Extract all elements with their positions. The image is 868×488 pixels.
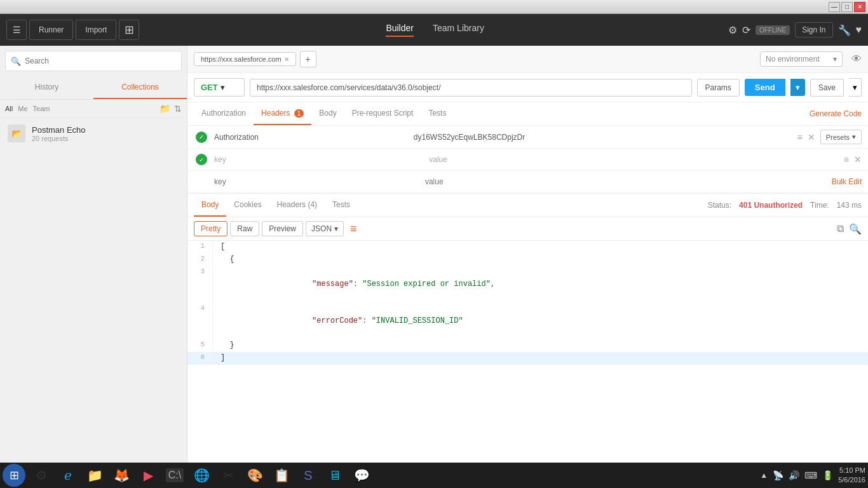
- url-input[interactable]: [250, 79, 692, 97]
- search-input[interactable]: [25, 57, 176, 65]
- taskbar-paint-icon: 🎨: [247, 468, 263, 483]
- runner-button[interactable]: Runner: [29, 20, 73, 40]
- eye-button[interactable]: 👁: [851, 53, 862, 65]
- copy-icon[interactable]: ⧉: [837, 223, 844, 235]
- header-menu-icon-2[interactable]: ≡: [844, 154, 849, 165]
- taskbar-app-terminal[interactable]: C:\: [162, 464, 187, 487]
- sidebar-toggle-button[interactable]: ☰: [6, 20, 27, 40]
- bulk-edit-button[interactable]: Bulk Edit: [832, 177, 862, 186]
- wrench-icon[interactable]: 🔧: [838, 24, 851, 36]
- offline-badge: OFFLINE: [756, 25, 790, 35]
- tray-icon-3[interactable]: ⌨: [804, 470, 817, 480]
- tab-collections[interactable]: Collections: [93, 76, 187, 99]
- generate-code-button[interactable]: Generate Code: [810, 109, 862, 118]
- format-raw-button[interactable]: Raw: [230, 221, 259, 236]
- header-key-input-empty[interactable]: [209, 175, 420, 189]
- url-tab-active[interactable]: https://xxx.salesforce.com ✕: [194, 52, 296, 66]
- header-actions-1: ≡ ✕ Presets ▾: [797, 130, 862, 144]
- resp-tab-cookies[interactable]: Cookies: [226, 194, 269, 217]
- taskbar-app-chrome[interactable]: 🌐: [189, 464, 214, 487]
- tray-icon-4[interactable]: 🔋: [822, 470, 833, 480]
- sort-icon[interactable]: ⇅: [174, 104, 182, 114]
- code-line-4: 4 "errorCode": "INVALID_SESSION_ID": [187, 303, 868, 340]
- resp-tab-headers[interactable]: Headers (4): [269, 194, 325, 217]
- taskbar-app-files[interactable]: 📋: [269, 464, 294, 487]
- minimize-button[interactable]: —: [829, 2, 840, 12]
- taskbar-app-network[interactable]: 🖥: [322, 464, 348, 487]
- filter-me[interactable]: Me: [18, 105, 27, 112]
- header-delete-icon-1[interactable]: ✕: [808, 132, 815, 142]
- sync-icon[interactable]: ⟳: [742, 24, 750, 36]
- tab-builder[interactable]: Builder: [386, 23, 414, 37]
- taskbar-clock[interactable]: 5:10 PM 5/6/2016: [838, 466, 865, 485]
- header-key-2: key: [209, 152, 424, 166]
- taskbar-shopify-icon: S: [304, 468, 312, 483]
- taskbar-app-hangouts[interactable]: 💬: [349, 464, 374, 487]
- tab-pre-request-script[interactable]: Pre-request Script: [344, 102, 421, 125]
- header-check-2[interactable]: [194, 154, 209, 165]
- signin-button[interactable]: Sign In: [795, 22, 832, 37]
- format-preview-button[interactable]: Preview: [262, 221, 303, 236]
- taskbar-files-icon: 📋: [274, 468, 290, 483]
- resp-tab-tests[interactable]: Tests: [325, 194, 358, 217]
- settings-icon[interactable]: ⚙: [728, 24, 737, 36]
- url-tab-close-icon[interactable]: ✕: [284, 56, 289, 63]
- start-icon: ⊞: [10, 468, 19, 482]
- taskbar-app-shopify[interactable]: S: [295, 464, 321, 487]
- import-button[interactable]: Import: [76, 20, 116, 40]
- search-response-icon[interactable]: 🔍: [849, 223, 862, 235]
- header-key-1: Authorization: [209, 130, 409, 144]
- presets-button[interactable]: Presets ▾: [820, 130, 862, 144]
- send-button[interactable]: Send: [745, 79, 785, 96]
- tray-icon-2[interactable]: 🔊: [789, 470, 799, 480]
- resp-tab-body[interactable]: Body: [194, 194, 226, 217]
- start-button[interactable]: ⊞: [3, 464, 25, 487]
- format-type-select[interactable]: JSON ▾: [306, 221, 344, 236]
- environment-select[interactable]: No environment ▾: [760, 51, 843, 67]
- tab-authorization[interactable]: Authorization: [194, 102, 254, 125]
- taskbar-app-settings[interactable]: ⚙: [29, 464, 54, 487]
- tab-body[interactable]: Body: [311, 102, 344, 125]
- tab-history[interactable]: History: [0, 76, 93, 99]
- taskbar-app-ie[interactable]: ℯ: [55, 464, 81, 487]
- tab-headers-label: Headers: [261, 109, 290, 118]
- collection-item[interactable]: 📂 Postman Echo 20 requests: [0, 118, 187, 149]
- save-button[interactable]: Save: [810, 79, 844, 97]
- header-delete-icon-2[interactable]: ✕: [854, 154, 862, 165]
- header-value-2: value: [424, 152, 844, 166]
- tab-tests[interactable]: Tests: [421, 102, 454, 125]
- tab-headers[interactable]: Headers 1: [254, 102, 311, 125]
- send-dropdown-button[interactable]: ▾: [790, 79, 805, 96]
- taskbar-app-paint[interactable]: 🎨: [242, 464, 268, 487]
- main-content: 🔍 History Collections All Me Team 📁 ⇅ 📂: [0, 46, 868, 463]
- format-pretty-button[interactable]: Pretty: [194, 221, 227, 236]
- header-check-1[interactable]: [194, 132, 209, 143]
- taskbar-app-explorer[interactable]: 📁: [82, 464, 107, 487]
- wrap-lines-icon[interactable]: ≡: [350, 222, 357, 236]
- taskbar-app-tool1[interactable]: ✂: [215, 464, 241, 487]
- header-menu-icon-1[interactable]: ≡: [797, 132, 803, 142]
- line-content-1: [: [213, 241, 225, 254]
- add-tab-button[interactable]: +: [300, 51, 316, 67]
- new-folder-icon[interactable]: 📁: [159, 104, 170, 114]
- code-line-2: 2 {: [187, 254, 868, 266]
- heart-icon[interactable]: ♥: [856, 24, 862, 36]
- response-section: Body Cookies Headers (4) Tests Status: 4…: [187, 193, 868, 463]
- line-content-3: "message": "Session expired or invalid",: [213, 266, 495, 303]
- params-button[interactable]: Params: [697, 79, 740, 97]
- header-val-input-empty[interactable]: [420, 175, 832, 189]
- taskbar-settings-icon: ⚙: [36, 468, 47, 483]
- taskbar-app-media[interactable]: ▶: [135, 464, 161, 487]
- tab-team-library[interactable]: Team Library: [433, 23, 484, 37]
- system-tray-icons: ▲ 📡 🔊 ⌨ 🔋: [755, 470, 838, 480]
- method-select[interactable]: GET ▾: [194, 78, 245, 97]
- arrow-up-icon[interactable]: ▲: [760, 471, 768, 480]
- maximize-button[interactable]: □: [841, 2, 853, 12]
- tray-icon-1[interactable]: 📡: [773, 470, 783, 480]
- close-button[interactable]: ✕: [854, 2, 865, 12]
- filter-team[interactable]: Team: [33, 105, 50, 112]
- taskbar-app-firefox[interactable]: 🦊: [109, 464, 134, 487]
- save-dropdown-button[interactable]: ▾: [849, 78, 862, 97]
- new-tab-button[interactable]: ⊞: [119, 20, 139, 40]
- filter-all[interactable]: All: [5, 105, 13, 112]
